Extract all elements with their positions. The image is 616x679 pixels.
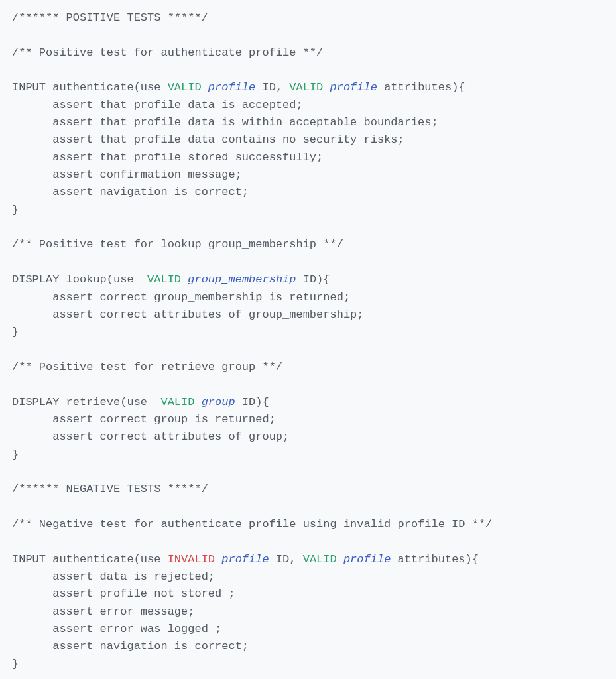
- code-line: assert correct attributes of group_membe…: [12, 306, 604, 324]
- code-line: }: [12, 656, 604, 673]
- code-line: assert navigation is correct;: [12, 184, 604, 201]
- code-line: assert that profile stored successfully;: [12, 149, 604, 166]
- code-line: [12, 533, 604, 550]
- code-token: VALID: [303, 553, 337, 566]
- code-line: /** Negative test for authenticate profi…: [12, 516, 604, 533]
- code-line: assert error message;: [12, 603, 604, 621]
- code-line: assert error was logged ;: [12, 621, 604, 638]
- code-token: assert correct group_membership is retur…: [12, 291, 350, 304]
- code-line: INPUT authenticate(use INVALID profile I…: [12, 551, 604, 568]
- code-token: ID){: [296, 273, 330, 286]
- code-token: /** Positive test for retrieve group **/: [12, 361, 282, 373]
- code-token: assert navigation is correct;: [12, 186, 249, 198]
- code-token: [215, 553, 221, 566]
- code-token: profile: [343, 553, 391, 566]
- code-token: assert navigation is correct;: [12, 640, 249, 652]
- code-token: attributes){: [391, 553, 479, 566]
- code-line: /** Positive test for lookup group_membe…: [12, 236, 604, 253]
- code-token: [323, 81, 330, 93]
- code-token: /****** POSITIVE TESTS *****/: [12, 11, 208, 24]
- code-token: [202, 81, 208, 93]
- code-token: profile: [221, 553, 269, 566]
- code-token: /** Negative test for authenticate profi…: [12, 518, 492, 530]
- code-token: assert error message;: [12, 605, 194, 618]
- code-token: INVALID: [168, 553, 215, 566]
- code-token: VALID: [289, 81, 323, 93]
- code-token: attributes){: [377, 81, 465, 93]
- code-token: /** Positive test for authenticate profi…: [12, 46, 323, 59]
- code-line: assert correct attributes of group;: [12, 428, 604, 446]
- code-line: assert that profile data contains no sec…: [12, 131, 604, 149]
- code-line: assert confirmation message;: [12, 166, 604, 184]
- code-token: assert that profile stored successfully;: [12, 151, 323, 164]
- code-token: assert confirmation message;: [12, 168, 242, 181]
- code-line: [12, 27, 604, 44]
- code-line: DISPLAY retrieve(use VALID group ID){: [12, 394, 604, 411]
- code-line: /** Positive test for authenticate profi…: [12, 44, 604, 62]
- code-line: [12, 62, 604, 79]
- code-token: INPUT authenticate(use: [12, 81, 168, 93]
- code-line: assert that profile data is within accep…: [12, 114, 604, 131]
- code-token: DISPLAY lookup(use: [12, 273, 147, 286]
- code-token: assert correct attributes of group;: [12, 430, 289, 443]
- code-token: VALID: [160, 396, 194, 408]
- code-token: assert error was logged ;: [12, 623, 221, 635]
- code-line: assert correct group is returned;: [12, 411, 604, 428]
- code-line: /****** NEGATIVE TESTS *****/: [12, 481, 604, 498]
- code-token: /****** NEGATIVE TESTS *****/: [12, 483, 208, 495]
- code-token: assert profile not stored ;: [12, 587, 235, 600]
- code-token: ID){: [235, 396, 269, 408]
- code-token: [337, 553, 343, 566]
- code-token: assert correct group is returned;: [12, 413, 276, 426]
- code-line: }: [12, 446, 604, 463]
- code-token: profile: [208, 81, 255, 93]
- code-line: /** Positive test for retrieve group **/: [12, 359, 604, 376]
- code-line: DISPLAY lookup(use VALID group_membershi…: [12, 271, 604, 288]
- code-token: VALID: [168, 81, 202, 93]
- code-line: INPUT authenticate(use VALID profile ID,…: [12, 79, 604, 96]
- code-line: assert navigation is correct;: [12, 638, 604, 655]
- code-token: [194, 396, 201, 408]
- code-token: }: [12, 448, 19, 461]
- code-token: }: [12, 204, 19, 216]
- code-line: [12, 254, 604, 271]
- code-token: /** Positive test for lookup group_membe…: [12, 238, 343, 251]
- code-token: assert correct attributes of group_membe…: [12, 308, 364, 321]
- code-token: VALID: [147, 273, 181, 286]
- code-token: assert that profile data contains no sec…: [12, 133, 404, 146]
- code-line: assert profile not stored ;: [12, 586, 604, 603]
- code-line: [12, 219, 604, 236]
- code-token: assert data is rejected;: [12, 570, 215, 583]
- code-line: [12, 376, 604, 393]
- code-line: assert data is rejected;: [12, 568, 604, 586]
- code-line: }: [12, 324, 604, 341]
- code-block: /****** POSITIVE TESTS *****/ /** Positi…: [0, 0, 616, 679]
- code-line: [12, 341, 604, 359]
- code-line: assert that profile data is accepted;: [12, 97, 604, 114]
- code-line: assert correct group_membership is retur…: [12, 289, 604, 306]
- code-token: profile: [330, 81, 377, 93]
- code-line: }: [12, 202, 604, 219]
- code-line: [12, 463, 604, 481]
- code-token: }: [12, 658, 19, 670]
- code-token: INPUT authenticate(use: [12, 553, 168, 566]
- code-token: group_membership: [188, 273, 296, 286]
- code-token: [181, 273, 188, 286]
- code-token: ID,: [269, 553, 303, 566]
- code-line: [12, 673, 604, 679]
- code-token: DISPLAY retrieve(use: [12, 396, 160, 408]
- code-token: }: [12, 326, 19, 338]
- code-line: [12, 499, 604, 516]
- code-token: group: [202, 396, 235, 408]
- code-line: /****** POSITIVE TESTS *****/: [12, 9, 604, 27]
- code-token: assert that profile data is within accep…: [12, 116, 438, 129]
- code-token: ID,: [255, 81, 289, 93]
- code-token: assert that profile data is accepted;: [12, 99, 303, 111]
